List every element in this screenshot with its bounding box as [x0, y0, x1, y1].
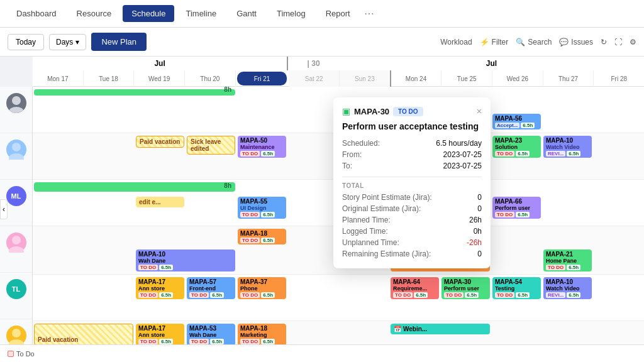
- task-cell-wed26-tl: MAPA-54 Testing TO DO 6.5h: [491, 275, 542, 321]
- task-subtitle: Watch Video: [546, 285, 589, 292]
- task-green-block-ml[interactable]: 8h: [34, 182, 235, 192]
- popup-from-label: From:: [342, 150, 362, 159]
- badge-todo: TO DO: [546, 265, 565, 270]
- svg-point-2: [12, 143, 21, 151]
- popup-unplanned-value: -26h: [467, 238, 482, 247]
- task-mapa54-tl[interactable]: MAPA-54 Testing TO DO 6.5h: [492, 277, 541, 299]
- tab-timeline[interactable]: Timeline: [177, 5, 225, 22]
- task-mapa17-tl[interactable]: MAPA-17 Ann store TO DO 6.5h: [136, 277, 184, 299]
- popup-story-row: Story Point Estimate (Jira): 0: [342, 192, 482, 203]
- task-mapa55-ml[interactable]: MAPA-55 UI Design TO DO 6.5h: [238, 197, 286, 219]
- tab-gantt[interactable]: Gantt: [228, 5, 265, 22]
- task-sick-leave-r2[interactable]: Sick leave edited: [187, 136, 235, 155]
- task-mapa21-r4[interactable]: MAPA-21 Home Pane TO DO 6.5h: [543, 250, 592, 272]
- badge-hours: 6.5h: [159, 265, 173, 270]
- svg-point-0: [12, 96, 21, 105]
- task-hours-r1: 8h: [224, 87, 231, 93]
- task-paid-vacation-r2[interactable]: Paid vacation: [136, 136, 184, 148]
- task-mapa64-tl[interactable]: MAPA-64 Requireme... TO DO 6.5h: [391, 277, 439, 299]
- task-mapa23-r2[interactable]: MAPA-23 Solution TO DO 6.5h: [492, 136, 541, 158]
- task-cell-wed26-r2: MAPA-23 Solution TO DO 6.5h: [491, 133, 542, 179]
- task-mapa10-r4[interactable]: MAPA-10 Wah Dane TO DO 6.5h: [136, 250, 235, 272]
- popup-scheduled-label: Scheduled:: [342, 139, 380, 148]
- avatar-row-2: [0, 133, 32, 180]
- task-mapa37-tl[interactable]: MAPA-37 Phone TO DO 6.5h: [238, 277, 286, 299]
- task-id: MAPA-56: [495, 115, 538, 122]
- task-mapa17-r6[interactable]: MAPA-17 Ann store TO DO 6.5h: [136, 324, 184, 346]
- issues-button[interactable]: 💬 Issues: [559, 38, 593, 47]
- task-mapa53-r6[interactable]: MAPA-53 Wah Dane TO DO 6.5h: [187, 324, 235, 346]
- popup-close-button[interactable]: ×: [477, 106, 482, 116]
- calendar-icon-r6: 📅: [394, 326, 401, 332]
- workload-button[interactable]: Workload: [440, 38, 472, 47]
- date-cell-sat22: Sat 22: [289, 70, 340, 87]
- task-id: MAPA-55: [240, 198, 284, 205]
- top-navigation: Dashboard Resource Schedule Timeline Gan…: [0, 0, 644, 28]
- task-subtitle: UI Design: [240, 205, 284, 211]
- task-cell-wed19-tl: MAPA-17 Ann store TO DO 6.5h: [135, 275, 186, 321]
- legend-todo-label: To Do: [16, 350, 35, 358]
- tab-timelog[interactable]: Timelog: [268, 5, 314, 22]
- settings-icon[interactable]: ⚙: [630, 38, 636, 47]
- date-cell-tue25: Tue 25: [441, 70, 492, 87]
- task-mapa66-ml[interactable]: MAPA-66 Perform user TO DO 6.5h: [492, 197, 541, 219]
- calendar-grid: Jul | 30 Jul Mon 17 Tue 18 Wed 19 Thu 20…: [0, 57, 644, 362]
- filter-button[interactable]: ⚡ Filter: [480, 38, 509, 47]
- task-badges: TO DO 6.5h: [546, 265, 589, 270]
- sidebar-toggle[interactable]: ‹: [0, 199, 8, 219]
- task-subtitle: Marketing: [240, 332, 284, 338]
- task-badges: REVI... 6.5h: [546, 292, 589, 298]
- task-mapa18-r4[interactable]: MAPA-18 TO DO 6.5h: [238, 229, 286, 244]
- month-label-jul-left: Jul: [33, 57, 288, 70]
- fullscreen-icon[interactable]: ⛶: [614, 38, 622, 47]
- task-green-block-r1[interactable]: 8h: [34, 89, 235, 96]
- task-cell-mon24-tl: MAPA-64 Requireme... TO DO 6.5h: [389, 275, 440, 321]
- task-paid-vacation-r6[interactable]: Paid vacation 8h: [34, 324, 133, 346]
- task-mapa18-r6[interactable]: MAPA-18 Marketing TO DO 6.5h: [238, 324, 286, 346]
- task-mapa50-r2[interactable]: MAPA-50 Maintenance TO DO 6.5h: [238, 136, 286, 158]
- task-id: MAPA-17: [138, 325, 182, 332]
- task-cell-thu20-tl: MAPA-57 Front-end TO DO 6.5h: [186, 275, 236, 321]
- popup-logged-row: Logged Time: 0h: [342, 226, 482, 237]
- popup-from-row: From: 2023-07-25: [342, 149, 482, 160]
- date-cell-wed26: Wed 26: [492, 70, 543, 87]
- task-mapa10-tl[interactable]: MAPA-10 Watch Video REVI... 6.5h: [543, 277, 592, 299]
- refresh-icon[interactable]: ↻: [601, 38, 607, 47]
- task-mapa57-tl[interactable]: MAPA-57 Front-end TO DO 6.5h: [187, 277, 235, 299]
- more-menu-icon[interactable]: ⋯: [362, 8, 377, 19]
- task-badges: TO DO 6.5h: [138, 292, 182, 298]
- issues-label: Issues: [571, 38, 593, 47]
- task-cell-thu27-tl: MAPA-10 Watch Video REVI... 6.5h: [542, 275, 593, 321]
- today-button[interactable]: Today: [8, 34, 44, 50]
- popup-logged-value: 0h: [474, 227, 482, 236]
- calendar-container: ‹ Jul | 30 Jul Mon 17 Tue 18 Wed 19 Thu …: [0, 57, 644, 362]
- task-mapa56-r1[interactable]: MAPA-56 Accept... 6.5h: [492, 114, 541, 129]
- badge-todo: TO DO: [240, 151, 260, 156]
- badge-hours: 6.5h: [567, 292, 580, 298]
- task-webin-r6[interactable]: 📅 Webin...: [391, 324, 490, 334]
- task-cell-wed19-r1: [135, 98, 186, 112]
- badge-todo: TO DO: [495, 151, 514, 156]
- tab-resource[interactable]: Resource: [68, 5, 121, 22]
- task-id: MAPA-53: [189, 325, 233, 332]
- popup-scheduled-row: Scheduled: 6.5 hours/day: [342, 138, 482, 149]
- days-button[interactable]: Days ▾: [49, 34, 86, 50]
- task-mapa10-r2[interactable]: MAPA-10 Watch Video REVI... 6.5h: [543, 136, 592, 158]
- tab-schedule[interactable]: Schedule: [123, 5, 174, 22]
- badge-todo: TO DO: [240, 339, 260, 344]
- popup-divider: [342, 177, 482, 177]
- task-subtitle: Ann store: [138, 285, 182, 292]
- avatar-column: ML TL: [0, 87, 33, 362]
- popup-orig-value: 0: [477, 204, 482, 213]
- search-button[interactable]: 🔍 Search: [516, 38, 552, 47]
- new-plan-button[interactable]: New Plan: [91, 33, 147, 51]
- task-id: MAPA-57: [189, 278, 233, 285]
- tab-report[interactable]: Report: [317, 5, 359, 22]
- task-edit-ml[interactable]: edit e...: [136, 197, 184, 207]
- task-mapa30-tl[interactable]: MAPA-30 Perform user TO DO 6.5h: [441, 277, 490, 299]
- tab-dashboard[interactable]: Dashboard: [8, 5, 65, 22]
- issues-icon: 💬: [559, 38, 569, 47]
- task-id: MAPA-18: [240, 230, 284, 237]
- svg-point-4: [12, 236, 21, 244]
- avatar-row-1: [0, 87, 32, 133]
